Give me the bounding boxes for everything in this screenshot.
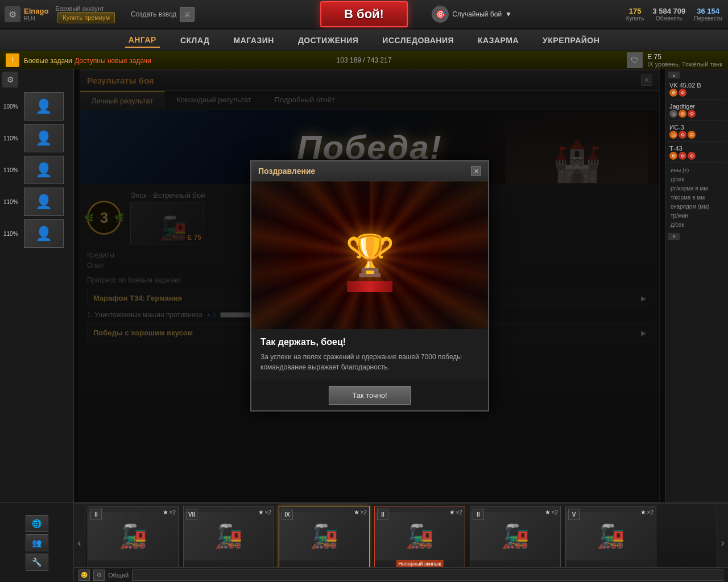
xp-display: 103 189 / 743 217 <box>337 56 392 64</box>
medal-ribbon <box>347 281 392 292</box>
server-tag: RU4 <box>24 15 48 22</box>
tank-stars-5: ★×2 <box>545 509 558 516</box>
popup-image-area: 🏆 <box>251 181 488 329</box>
user-info[interactable]: Elnago RU4 <box>24 7 48 22</box>
notif-sub[interactable]: Доступны новые задачи <box>75 57 151 65</box>
gold-currency[interactable]: 175 Купить <box>626 7 644 22</box>
results-container: Результаты боя ✕ Личный результат Команд… <box>74 69 665 502</box>
tank-list-is3[interactable]: ИС-3 ◎ ⚙ ⚙ <box>668 122 726 142</box>
medal-icon: 🏆 <box>330 215 410 295</box>
tank-tier-1: II <box>90 509 102 520</box>
menu-warehouse[interactable]: СКЛАД <box>177 34 213 47</box>
crew-avatar-3: 👤 <box>24 156 64 184</box>
user-section: ⚙ Elnago RU4 Базовый аккаунт Купить прем… <box>0 5 119 23</box>
main-menu-bar: АНГАР СКЛАД МАГАЗИН ДОСТИЖЕНИЯ ИССЛЕДОВА… <box>0 30 728 51</box>
gold-amount: 175 <box>629 7 642 15</box>
silver-label: Обменять <box>656 15 682 22</box>
menu-shop[interactable]: МАГАЗИН <box>230 34 278 47</box>
vehicle-tier: IX уровень. Тяжёлый танк <box>647 61 722 68</box>
popup-overlay: Поздравление ✕ 🏆 Так держать, боец! За у… <box>74 69 665 502</box>
top-navigation-bar: ⚙ Elnago RU4 Базовый аккаунт Купить прем… <box>0 0 728 30</box>
tank-tier-6: V <box>568 509 580 520</box>
chat-channel-label: Общий <box>108 572 129 579</box>
crew-member-3[interactable]: 110% 👤 <box>2 155 71 185</box>
menu-hangar[interactable]: АНГАР <box>125 33 160 48</box>
crew-avatar-5: 👤 <box>24 219 64 248</box>
notification-bar: ! Боевые задачи Доступны новые задачи 10… <box>0 51 728 69</box>
platoon-icon: ⚔ <box>180 7 195 22</box>
tank-stars-2: ★×2 <box>258 509 271 516</box>
crew-member-5[interactable]: 110% 👤 <box>2 218 71 249</box>
popup-close-button[interactable]: ✕ <box>471 166 481 176</box>
menu-barracks[interactable]: КАЗАРМА <box>474 34 522 47</box>
crew-settings-button[interactable]: ⚙ <box>2 72 18 88</box>
notification-icon: ! <box>6 53 19 67</box>
crew-member-2[interactable]: 110% 👤 <box>2 123 71 153</box>
tank-tier-3: IX <box>282 509 293 520</box>
crew-button[interactable]: 👥 <box>26 534 48 551</box>
notif-main: Боевые задачи <box>24 57 72 65</box>
battle-button[interactable]: В бой! <box>320 1 408 27</box>
tank-stars-1: ★×2 <box>163 509 176 516</box>
vehicle-name: E 75 <box>647 53 722 61</box>
congratulations-popup: Поздравление ✕ 🏆 Так держать, боец! За у… <box>250 160 489 411</box>
free-xp-amount: 36 154 <box>697 7 719 15</box>
battle-mode-selector[interactable]: 🎯 Случайный бой ▼ <box>432 6 512 23</box>
account-info: Базовый аккаунт Купить премиум <box>55 5 115 23</box>
create-platoon-button[interactable]: Создать взвод ⚔ <box>131 7 195 22</box>
gold-label: Купить <box>626 15 644 22</box>
stats-panel: ины (т) д/сек рт/корма в мм т/корма в мм… <box>668 164 726 232</box>
menu-research[interactable]: ИССЛЕДОВАНИЯ <box>379 34 457 47</box>
free-xp-label: Перевести <box>694 15 722 22</box>
crew-member-4[interactable]: 110% 👤 <box>2 186 71 217</box>
popup-text-area: Так держать, боец! За успехи на полях ср… <box>251 329 488 380</box>
medal-cup-icon: 🏆 <box>345 232 395 278</box>
bottom-controls: 🌐 👥 🔧 <box>0 503 74 582</box>
notification-content: Боевые задачи Доступны новые задачи <box>24 55 151 65</box>
currency-section: 175 Купить 3 584 709 Обменять 36 154 Пер… <box>626 7 728 22</box>
tank-tier-4: II <box>377 509 388 520</box>
broken-crew-alert: Непорный экипаж <box>396 560 444 568</box>
tank-tier-5: II <box>473 509 484 520</box>
confirm-button[interactable]: Так точно! <box>329 386 410 405</box>
popup-body: За успехи на полях сражений и одержание … <box>260 352 479 372</box>
scroll-up-arrow[interactable]: ▲ <box>668 72 680 78</box>
crew-avatar-2: 👤 <box>24 124 64 152</box>
chat-emoji-button[interactable]: 😊 <box>78 569 90 581</box>
tank-list-vk4502b[interactable]: VK 45.02 B ⚙ ⚙ <box>668 80 726 99</box>
tank-stars-4: ★×2 <box>449 509 462 516</box>
chat-input[interactable] <box>132 569 723 581</box>
tank-stars-6: ★×2 <box>640 509 653 516</box>
tank-stars-3: ★×2 <box>354 509 367 516</box>
popup-heading: Так держать, боец! <box>260 337 479 347</box>
menu-fortify[interactable]: УКРЕПРАЙОН <box>539 34 603 47</box>
popup-header: Поздравление ✕ <box>251 161 488 181</box>
tank-stats-sidebar: ▲ VK 45.02 B ⚙ ⚙ Jagdtiger ◎ ⚙ ⚙ <box>665 69 728 502</box>
crew-avatar-4: 👤 <box>24 188 64 216</box>
username: Elnago <box>24 7 48 15</box>
settings-icon[interactable]: ⚙ <box>5 6 20 22</box>
map-button[interactable]: 🌐 <box>26 515 48 532</box>
menu-achievements[interactable]: ДОСТИЖЕНИЯ <box>295 34 362 47</box>
silver-currency[interactable]: 3 584 709 Обменять <box>652 7 685 22</box>
crew-member-1[interactable]: 100% 👤 <box>2 91 71 122</box>
bottom-tank-bar: 🌐 👥 🔧 ‹ II ★×2 🚂 Pz.Kpfw. II Ausf. D VII… <box>0 502 728 582</box>
free-xp-currency[interactable]: 36 154 Перевести <box>694 7 722 22</box>
scroll-down-sidebar-arrow[interactable]: ▼ <box>668 233 680 240</box>
ammo-button[interactable]: 🔧 <box>26 554 48 571</box>
popup-footer: Так точно! <box>251 380 488 410</box>
tank-tier-2: VII <box>186 509 197 520</box>
tank-list-t43[interactable]: Т-43 ⚙ ⚙ ⚙ <box>668 143 726 163</box>
vehicle-info: 🛡 E 75 IX уровень. Тяжёлый танк <box>627 52 722 68</box>
crew-avatar-1: 👤 <box>24 92 64 120</box>
popup-title: Поздравление <box>258 167 315 176</box>
silver-amount: 3 584 709 <box>652 7 685 15</box>
premium-button[interactable]: Купить премиум <box>57 12 115 23</box>
main-content-area: ⚙ 100% 👤 110% 👤 110% 👤 110% 👤 110% 👤 Рез… <box>0 69 728 502</box>
tank-list-jagdtiger[interactable]: Jagdtiger ◎ ⚙ ⚙ <box>668 101 726 120</box>
crew-sidebar: ⚙ 100% 👤 110% 👤 110% 👤 110% 👤 110% 👤 <box>0 69 74 502</box>
chat-settings-button[interactable]: ⚙ <box>93 569 105 581</box>
vehicle-class-icon: 🛡 <box>627 52 643 68</box>
battle-mode-icon: 🎯 <box>432 6 449 23</box>
popup-content: 🏆 Так держать, боец! За успехи на полях … <box>251 181 488 380</box>
